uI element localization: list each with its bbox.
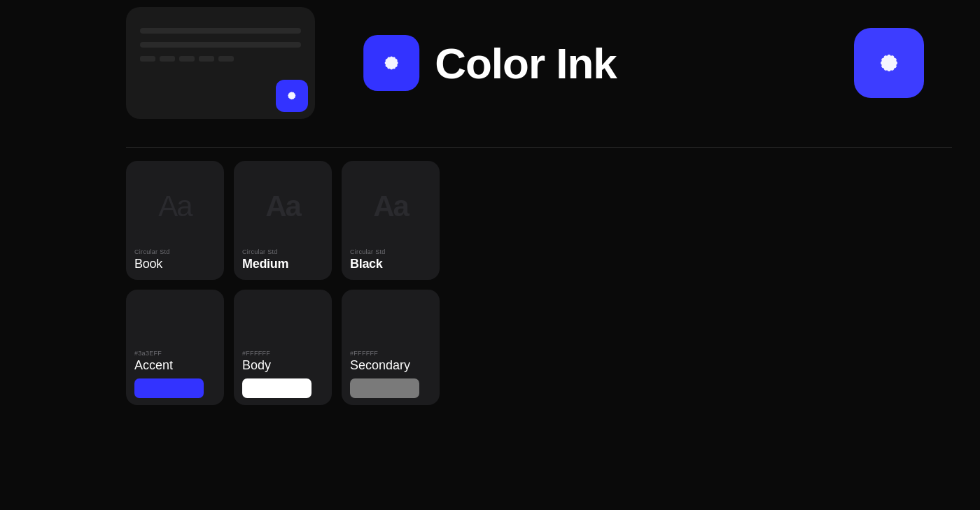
- font-name-medium: Medium: [242, 257, 288, 271]
- font-name-black: Black: [350, 257, 386, 271]
- font-name-book: Book: [134, 257, 170, 271]
- font-preview-text-medium: Aa: [265, 190, 300, 223]
- font-preview-text-black: Aa: [373, 190, 408, 223]
- brand-header: Color Ink: [363, 35, 617, 91]
- flower-icon-small: [282, 86, 302, 106]
- color-swatch-accent: [134, 378, 204, 398]
- color-hex-accent: #3a3EFF: [134, 350, 216, 357]
- flower-icon-medium: [374, 46, 408, 80]
- color-swatch-body: [242, 378, 312, 398]
- font-label-black: Circular Std Black: [350, 248, 386, 271]
- color-name-accent: Accent: [134, 358, 216, 373]
- color-name-body: Body: [242, 358, 323, 373]
- font-preview-medium: Aa: [234, 161, 332, 252]
- phone-bars: [140, 56, 234, 62]
- bar-3: [179, 56, 195, 62]
- font-type-medium: Circular Std: [242, 248, 288, 255]
- font-card-book: Aa Circular Std Book: [126, 161, 224, 280]
- color-card-secondary: #FFFFFF Secondary: [342, 290, 440, 405]
- font-preview-text-book: Aa: [158, 190, 191, 223]
- bar-2: [160, 56, 175, 62]
- color-hex-secondary: #FFFFFF: [350, 350, 431, 357]
- bar-5: [218, 56, 234, 62]
- font-card-black: Aa Circular Std Black: [342, 161, 440, 280]
- font-type-book: Circular Std: [134, 248, 170, 255]
- color-name-secondary: Secondary: [350, 358, 431, 373]
- phone-mockup: [126, 7, 315, 119]
- bar-4: [199, 56, 214, 62]
- font-card-medium: Aa Circular Std Medium: [234, 161, 332, 280]
- app-icon-large: [854, 28, 924, 98]
- color-swatch-secondary: [350, 378, 419, 398]
- app-icon-medium: [363, 35, 419, 91]
- brand-name: Color Ink: [435, 38, 617, 88]
- font-type-black: Circular Std: [350, 248, 386, 255]
- color-hex-body: #FFFFFF: [242, 350, 323, 357]
- font-preview-book: Aa: [126, 161, 224, 252]
- color-card-accent: #3a3EFF Accent: [126, 290, 224, 405]
- divider-horizontal: [126, 147, 952, 148]
- font-label-book: Circular Std Book: [134, 248, 170, 271]
- cards-grid: Aa Circular Std Book Aa Circular Std Med…: [126, 161, 440, 405]
- font-preview-black: Aa: [342, 161, 440, 252]
- bar-1: [140, 56, 155, 62]
- flower-icon-large: [868, 42, 910, 84]
- color-card-body: #FFFFFF Body: [234, 290, 332, 405]
- font-label-medium: Circular Std Medium: [242, 248, 288, 271]
- app-icon-small: [276, 80, 308, 112]
